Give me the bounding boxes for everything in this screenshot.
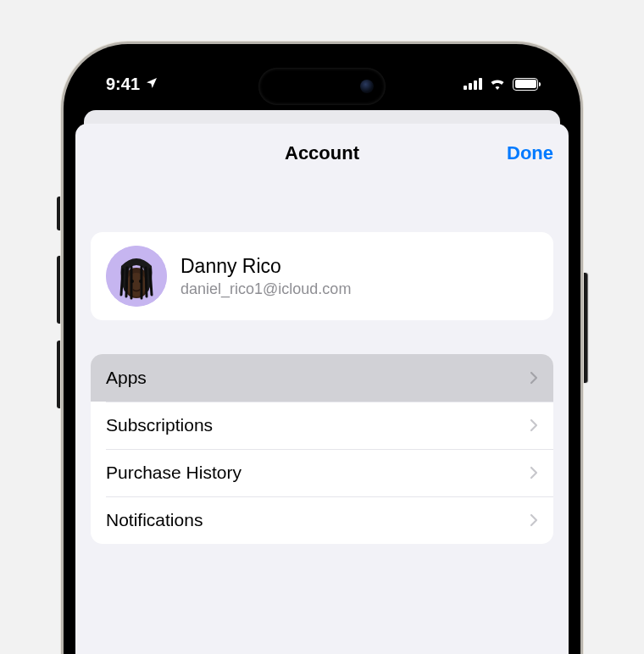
profile-card: Danny Rico daniel_rico1@icloud.com <box>91 232 553 320</box>
page-title: Account <box>285 142 359 164</box>
dynamic-island <box>258 68 386 105</box>
avatar <box>106 246 167 307</box>
wifi-icon <box>489 75 506 94</box>
cellular-signal-icon <box>464 78 482 90</box>
chevron-right-icon <box>530 466 538 479</box>
silent-switch <box>57 197 62 230</box>
account-modal: Account Done <box>75 124 569 654</box>
profile-name: Danny Rico <box>180 255 351 278</box>
menu-card: Apps Subscriptions <box>91 354 553 544</box>
front-camera <box>360 80 374 93</box>
menu-item-label: Apps <box>106 368 147 388</box>
menu-item-label: Subscriptions <box>106 415 213 435</box>
chevron-right-icon <box>530 371 538 385</box>
done-button[interactable]: Done <box>507 142 553 164</box>
svg-point-2 <box>126 273 147 297</box>
menu-item-apps[interactable]: Apps <box>91 354 553 402</box>
volume-up-button <box>57 256 62 324</box>
chevron-right-icon <box>530 513 538 527</box>
phone-frame: 9:41 <box>64 44 580 654</box>
menu-item-subscriptions[interactable]: Subscriptions <box>91 402 553 449</box>
chevron-right-icon <box>530 418 538 432</box>
battery-icon <box>513 78 538 91</box>
sheet-stack: Account Done <box>75 103 569 654</box>
profile-email: daniel_rico1@icloud.com <box>180 280 351 298</box>
screen: 9:41 <box>75 56 569 654</box>
profile-row[interactable]: Danny Rico daniel_rico1@icloud.com <box>91 232 553 320</box>
modal-header: Account Done <box>75 136 569 173</box>
svg-point-4 <box>139 280 142 283</box>
power-button <box>582 273 587 383</box>
phone-mockup: 9:41 <box>64 44 580 654</box>
location-arrow-icon <box>145 75 158 94</box>
menu-item-label: Purchase History <box>106 463 242 483</box>
menu-item-purchase-history[interactable]: Purchase History <box>91 449 553 496</box>
menu-item-label: Notifications <box>106 510 203 530</box>
menu-item-notifications[interactable]: Notifications <box>91 496 553 544</box>
status-time: 9:41 <box>106 75 140 94</box>
volume-down-button <box>57 341 62 408</box>
svg-point-3 <box>130 280 134 283</box>
